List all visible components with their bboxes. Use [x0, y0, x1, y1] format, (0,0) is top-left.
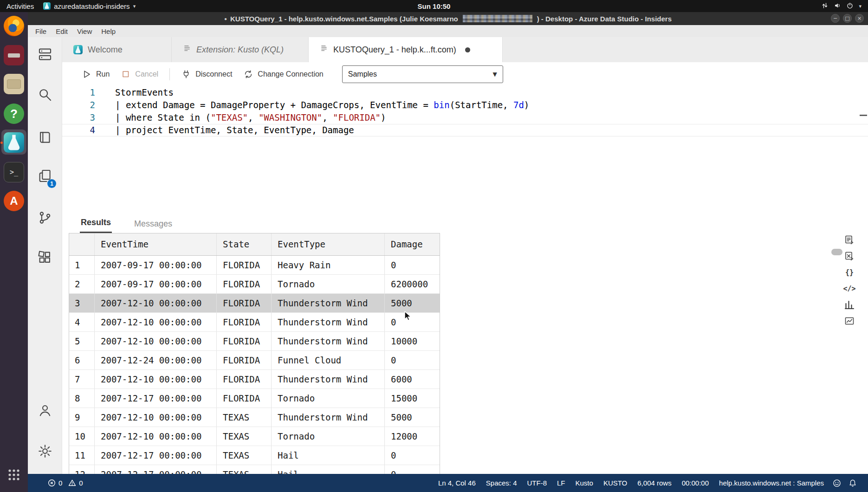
- close-button[interactable]: ×: [855, 14, 864, 23]
- menu-help[interactable]: Help: [97, 26, 120, 36]
- tab-messages[interactable]: Messages: [133, 214, 173, 233]
- database-dropdown[interactable]: Samples ▼: [342, 65, 503, 83]
- notebooks-icon[interactable]: [34, 127, 56, 148]
- column-header[interactable]: EventTime: [95, 233, 217, 255]
- row-count[interactable]: 6,004 rows: [632, 479, 676, 487]
- system-tray[interactable]: ▾: [821, 2, 862, 11]
- chevron-down-icon: ▾: [859, 3, 862, 9]
- grid-body: 1 2007-09-17 00:00:00 FLORIDA Heavy Rain…: [69, 256, 440, 474]
- window-titlebar[interactable]: ● KUSTOQuery_1 - help.kusto.windows.net.…: [28, 12, 868, 25]
- clock[interactable]: Sun 10:50: [418, 2, 451, 10]
- dock: ? >_ A: [0, 12, 28, 492]
- column-header[interactable]: EventType: [272, 233, 385, 255]
- table-row[interactable]: 6 2007-12-24 00:00:00 FLORIDA Funnel Clo…: [69, 351, 440, 370]
- run-icon: [82, 69, 92, 79]
- table-row[interactable]: 4 2007-12-10 00:00:00 FLORIDA Thundersto…: [69, 313, 440, 332]
- table-row[interactable]: 2 2007-09-17 00:00:00 FLORIDA Tornado 62…: [69, 275, 440, 294]
- azure-data-studio-icon[interactable]: [4, 132, 24, 153]
- tab-welcome[interactable]: Welcome: [62, 37, 172, 62]
- code-text[interactable]: StormEvents: [115, 86, 174, 99]
- table-row[interactable]: 8 2007-12-17 00:00:00 FLORIDA Tornado 15…: [69, 389, 440, 408]
- app-menu-button[interactable]: azuredatastudio-insiders ▾: [43, 2, 136, 10]
- search-icon[interactable]: [34, 84, 56, 105]
- table-row[interactable]: 5 2007-12-10 00:00:00 FLORIDA Thundersto…: [69, 332, 440, 351]
- column-header[interactable]: Damage: [385, 233, 440, 255]
- provider[interactable]: KUSTO: [598, 479, 632, 487]
- run-button[interactable]: Run: [82, 69, 110, 79]
- disconnect-button[interactable]: Disconnect: [181, 69, 232, 79]
- app-a-icon[interactable]: A: [4, 191, 24, 211]
- ads-window: ● KUSTOQuery_1 - help.kusto.windows.net.…: [28, 12, 868, 492]
- activity-bar: 1: [28, 37, 62, 474]
- query-time[interactable]: 00:00:00: [677, 479, 714, 487]
- plug-icon: [181, 69, 191, 79]
- feedback-icon[interactable]: [829, 479, 845, 487]
- tab-kustoquery[interactable]: KUSTOQuery_1 - help.k...ft.com): [309, 37, 503, 62]
- encoding[interactable]: UTF-8: [522, 479, 552, 487]
- explorer-badge: 1: [47, 179, 56, 188]
- terminal-icon[interactable]: >_: [4, 162, 24, 182]
- ads-tab-icon: [73, 45, 83, 54]
- save-as-json-button[interactable]: {}: [843, 266, 855, 278]
- power-icon: [846, 2, 854, 11]
- show-chart-button[interactable]: [843, 299, 855, 311]
- save-as-xml-button[interactable]: </>: [843, 283, 855, 295]
- settings-gear-icon[interactable]: [34, 440, 56, 462]
- menu-edit[interactable]: Edit: [51, 26, 72, 36]
- menu-file[interactable]: File: [31, 26, 51, 36]
- save-as-excel-button[interactable]: [843, 250, 855, 262]
- visualize-button[interactable]: [843, 315, 855, 327]
- dirty-indicator[interactable]: [465, 47, 470, 52]
- code-text[interactable]: | extend Damage = DamageProperty + Damag…: [115, 99, 529, 111]
- indentation[interactable]: Spaces: 4: [481, 479, 522, 487]
- notifications-bell-icon[interactable]: [845, 479, 861, 487]
- activities-button[interactable]: Activities: [6, 2, 34, 10]
- grid-header-row: EventTime State EventType Damage: [69, 233, 440, 256]
- editor-line-active: 4 | project EventTime, State, EventType,…: [62, 124, 868, 136]
- eol-sequence[interactable]: LF: [552, 479, 570, 487]
- tab-results[interactable]: Results: [80, 213, 112, 233]
- extensions-icon[interactable]: [34, 247, 56, 268]
- source-control-icon[interactable]: [34, 207, 56, 228]
- problems-indicator[interactable]: 0 0: [48, 479, 83, 487]
- connection-status[interactable]: help.kusto.windows.net : Samples: [714, 479, 829, 487]
- line-number: 4: [62, 124, 95, 136]
- tab-extension-kusto[interactable]: Extension: Kusto (KQL): [172, 37, 309, 62]
- table-row[interactable]: 3 2007-12-10 00:00:00 FLORIDA Thundersto…: [69, 294, 440, 313]
- minimize-button[interactable]: −: [831, 14, 840, 23]
- menu-view[interactable]: View: [72, 26, 97, 36]
- table-row[interactable]: 11 2007-12-17 00:00:00 TEXAS Hail 0: [69, 446, 440, 465]
- code-text[interactable]: | where State in ("TEXAS", "WASHINGTON",…: [115, 111, 386, 124]
- network-icon: [821, 2, 829, 11]
- package-app-icon[interactable]: [4, 45, 24, 65]
- table-row[interactable]: 9 2007-12-10 00:00:00 TEXAS Thunderstorm…: [69, 408, 440, 427]
- connections-icon[interactable]: [34, 44, 56, 65]
- result-actions: {} </>: [843, 234, 855, 327]
- language-mode[interactable]: Kusto: [570, 479, 598, 487]
- cancel-button[interactable]: Cancel: [121, 69, 158, 79]
- table-row[interactable]: 10 2007-12-10 00:00:00 TEXAS Tornado 120…: [69, 427, 440, 446]
- table-row[interactable]: 12 2007-12-17 00:00:00 TEXAS Hail 0: [69, 465, 440, 474]
- running-app-indicator: [0, 142, 3, 144]
- firefox-icon[interactable]: [4, 16, 24, 36]
- change-connection-button[interactable]: Change Connection: [243, 69, 323, 79]
- maximize-button[interactable]: □: [843, 14, 852, 23]
- files-app-icon[interactable]: [4, 74, 24, 94]
- show-applications-icon[interactable]: [4, 465, 24, 485]
- query-editor[interactable]: 1 StormEvents 2 | extend Damage = Damage…: [62, 86, 868, 209]
- column-header[interactable]: State: [217, 233, 272, 255]
- help-viewer-icon[interactable]: ?: [4, 104, 24, 124]
- table-row[interactable]: 1 2007-09-17 00:00:00 FLORIDA Heavy Rain…: [69, 256, 440, 275]
- tab-label: KUSTOQuery_1 - help.k...ft.com): [333, 45, 456, 55]
- code-text[interactable]: | project EventTime, State, EventType, D…: [115, 124, 354, 136]
- explorer-icon[interactable]: 1: [34, 165, 56, 187]
- save-as-csv-button[interactable]: [843, 234, 855, 246]
- line-number: 2: [62, 99, 95, 111]
- table-row[interactable]: 7 2007-12-10 00:00:00 FLORIDA Thundersto…: [69, 370, 440, 389]
- error-icon: [48, 479, 56, 487]
- results-scrollbar-thumb[interactable]: [831, 249, 842, 255]
- line-number: 1: [62, 86, 95, 99]
- window-title: ● KUSTOQuery_1 - help.kusto.windows.net.…: [224, 12, 672, 25]
- accounts-icon[interactable]: [34, 400, 56, 421]
- cursor-position[interactable]: Ln 4, Col 46: [433, 479, 481, 487]
